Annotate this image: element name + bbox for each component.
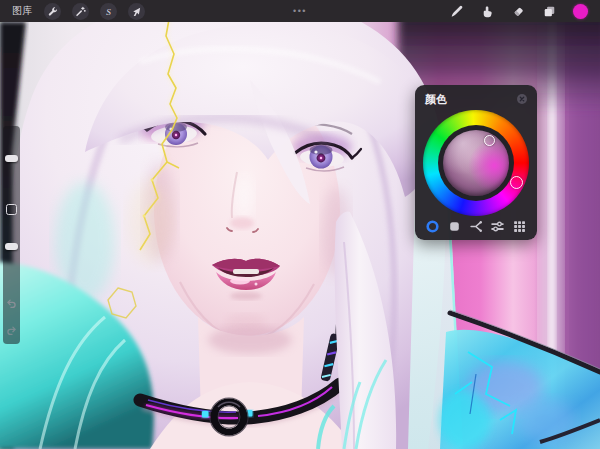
close-icon[interactable] — [516, 93, 528, 105]
magic-wand-icon — [75, 6, 86, 17]
opacity-slider[interactable] — [5, 243, 18, 250]
smudge-button[interactable] — [480, 4, 494, 18]
color-panel: 颜色 — [415, 85, 537, 240]
saturation-disc[interactable] — [443, 130, 509, 196]
color-wheel — [423, 110, 529, 216]
value-mode-icon — [490, 219, 505, 234]
selection-icon: S — [103, 6, 114, 17]
disc-cursor[interactable] — [484, 135, 495, 146]
gallery-button[interactable]: 图库 — [12, 4, 33, 18]
adjustments-button[interactable] — [72, 3, 89, 20]
toolbar-left-group: 图库 S — [0, 3, 145, 20]
wrench-icon — [47, 6, 58, 17]
layers-icon — [543, 5, 556, 18]
classic-mode-icon — [447, 219, 462, 234]
transform-button[interactable] — [128, 3, 145, 20]
brush-button[interactable] — [449, 4, 463, 18]
redo-icon[interactable] — [6, 325, 17, 336]
top-toolbar: 图库 S — [0, 0, 600, 22]
disc-mode-icon — [425, 219, 440, 234]
hue-cursor[interactable] — [510, 176, 523, 189]
brush-sidebar — [3, 126, 20, 344]
procreate-app-window: 图库 S — [0, 0, 600, 449]
color-panel-header: 颜色 — [415, 85, 537, 107]
eraser-icon — [512, 5, 525, 18]
modify-button[interactable] — [6, 204, 17, 215]
tab-classic-mode[interactable] — [447, 219, 462, 234]
toolbar-right-group — [449, 4, 600, 19]
palettes-mode-icon — [512, 219, 527, 234]
brush-icon — [450, 5, 463, 18]
tab-palettes-mode[interactable] — [512, 219, 527, 234]
svg-text:S: S — [106, 6, 111, 16]
color-mode-tabs — [415, 219, 537, 234]
color-panel-title: 颜色 — [425, 92, 447, 107]
eraser-button[interactable] — [511, 4, 525, 18]
actions-button[interactable] — [44, 3, 61, 20]
selection-button[interactable]: S — [100, 3, 117, 20]
tab-harmony-mode[interactable] — [469, 219, 484, 234]
harmony-mode-icon — [469, 219, 484, 234]
cursor-arrow-icon — [131, 6, 142, 17]
canvas-menu-dots[interactable]: ••• — [293, 0, 307, 22]
layers-button[interactable] — [542, 4, 556, 18]
brush-size-slider[interactable] — [5, 155, 18, 162]
undo-icon[interactable] — [6, 298, 17, 309]
current-color-swatch[interactable] — [573, 4, 588, 19]
smudge-finger-icon — [481, 5, 494, 18]
tab-disc-mode[interactable] — [425, 219, 440, 234]
tab-value-mode[interactable] — [490, 219, 505, 234]
